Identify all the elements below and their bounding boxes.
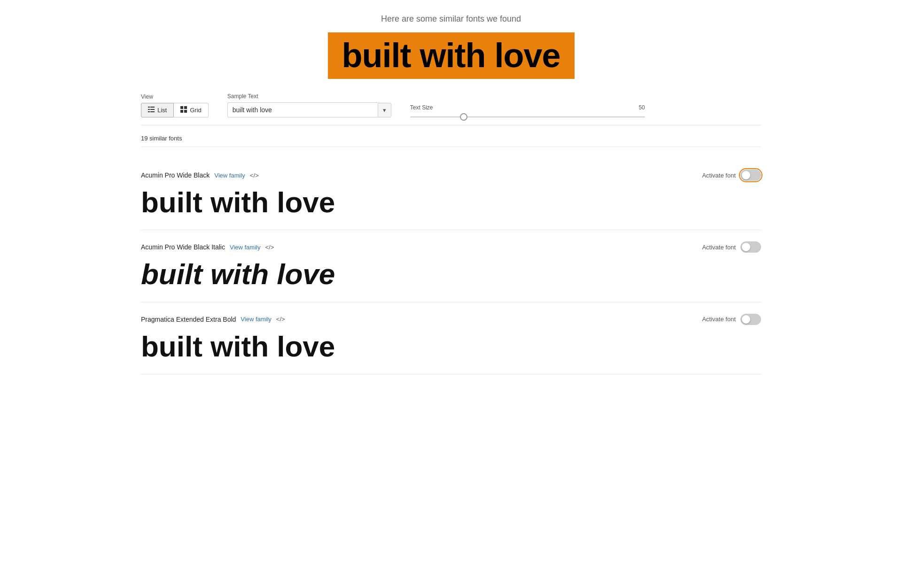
view-family-link[interactable]: View family xyxy=(214,172,245,179)
text-size-value: 50 xyxy=(638,104,645,111)
activate-font-label: Activate font xyxy=(702,244,736,251)
sample-preview-text: built with love xyxy=(328,32,575,79)
svg-rect-2 xyxy=(148,109,150,110)
activate-font-toggle[interactable] xyxy=(740,241,761,253)
font-item-actions: Activate font xyxy=(702,314,761,325)
view-family-link[interactable]: View family xyxy=(230,244,261,251)
activate-font-toggle[interactable] xyxy=(740,170,761,181)
font-item-header: Acumin Pro Wide Black View family </> Ac… xyxy=(141,170,761,181)
font-list: Acumin Pro Wide Black View family </> Ac… xyxy=(141,158,761,374)
activate-font-label: Activate font xyxy=(702,172,736,179)
font-name: Pragmatica Extended Extra Bold xyxy=(141,316,236,323)
svg-rect-8 xyxy=(180,110,183,113)
text-size-label: Text Size xyxy=(410,104,433,111)
sample-text-label: Sample Text xyxy=(227,93,391,100)
font-preview-text: built with love xyxy=(141,186,761,218)
view-grid-button[interactable]: Grid xyxy=(174,103,209,117)
font-item-header: Acumin Pro Wide Black Italic View family… xyxy=(141,241,761,253)
text-size-header: Text Size 50 xyxy=(410,104,645,111)
sample-text-dropdown-button[interactable]: ▾ xyxy=(378,103,391,117)
font-preview-text: built with love xyxy=(141,258,761,290)
svg-rect-7 xyxy=(184,106,187,109)
svg-rect-4 xyxy=(148,111,150,112)
view-list-label: List xyxy=(157,107,167,114)
font-item: Pragmatica Extended Extra Bold View fami… xyxy=(141,302,761,374)
activate-font-toggle[interactable] xyxy=(740,314,761,325)
font-item: Acumin Pro Wide Black Italic View family… xyxy=(141,230,761,302)
svg-rect-3 xyxy=(150,109,155,110)
text-size-slider[interactable] xyxy=(410,116,645,117)
font-item-title-group: Acumin Pro Wide Black View family </> xyxy=(141,171,259,179)
results-count: 19 similar fonts xyxy=(141,135,761,147)
view-toggle: List Grid xyxy=(141,103,209,117)
view-family-link[interactable]: View family xyxy=(241,316,272,323)
view-list-button[interactable]: List xyxy=(141,103,174,117)
text-size-control-group: Text Size 50 xyxy=(410,104,645,117)
sample-text-control-group: Sample Text ▾ xyxy=(227,93,391,117)
font-item-title-group: Pragmatica Extended Extra Bold View fami… xyxy=(141,316,285,323)
svg-rect-1 xyxy=(150,107,155,108)
font-item-actions: Activate font xyxy=(702,170,761,181)
embed-code-icon[interactable]: </> xyxy=(265,244,274,251)
header-subtitle: Here are some similar fonts we found xyxy=(141,14,761,24)
page-container: Here are some similar fonts we found bui… xyxy=(122,0,780,388)
list-icon xyxy=(148,107,155,114)
chevron-down-icon: ▾ xyxy=(383,107,386,114)
font-item-title-group: Acumin Pro Wide Black Italic View family… xyxy=(141,243,274,251)
svg-rect-9 xyxy=(184,110,187,113)
svg-rect-0 xyxy=(148,107,150,108)
activate-font-label: Activate font xyxy=(702,316,736,323)
sample-preview-banner: built with love xyxy=(141,32,761,79)
toggle-thumb xyxy=(742,315,750,324)
svg-rect-6 xyxy=(180,106,183,109)
font-name: Acumin Pro Wide Black xyxy=(141,171,210,179)
sample-text-input-wrap: ▾ xyxy=(227,102,391,117)
font-name: Acumin Pro Wide Black Italic xyxy=(141,243,225,251)
font-preview-text: built with love xyxy=(141,331,761,363)
font-item-header: Pragmatica Extended Extra Bold View fami… xyxy=(141,314,761,325)
view-grid-label: Grid xyxy=(190,107,202,114)
view-control-group: View List xyxy=(141,93,209,117)
controls-bar: View List xyxy=(141,93,761,125)
svg-rect-5 xyxy=(150,111,155,112)
font-item-actions: Activate font xyxy=(702,241,761,253)
embed-code-icon[interactable]: </> xyxy=(250,172,259,179)
view-label: View xyxy=(141,93,209,100)
sample-text-input[interactable] xyxy=(227,102,378,117)
grid-icon xyxy=(180,106,187,114)
font-item: Acumin Pro Wide Black View family </> Ac… xyxy=(141,158,761,230)
embed-code-icon[interactable]: </> xyxy=(276,316,285,323)
